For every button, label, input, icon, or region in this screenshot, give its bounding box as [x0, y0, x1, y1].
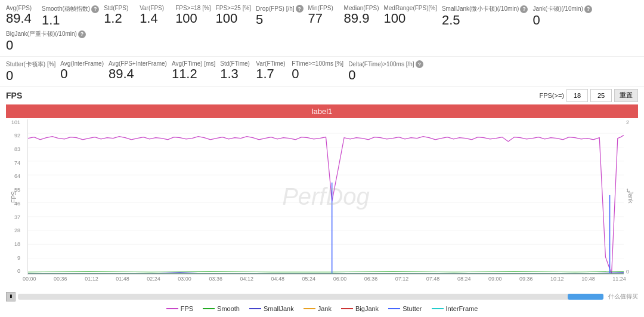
- legend-label-fps-legend: FPS: [181, 305, 193, 312]
- legend: FPS Smooth SmallJank Jank BigJank Stutte…: [0, 303, 644, 315]
- chart-container: label1 FPS 10192837464554637281890 PerfD…: [6, 104, 638, 290]
- help-icon-${item.id}[interactable]: ?: [584, 5, 592, 13]
- y-axis-right-container: Jank 210: [624, 119, 638, 275]
- x-tick: 10:48: [581, 276, 595, 282]
- pause-button[interactable]: ⏸: [6, 292, 16, 301]
- stat-value-small-jank: 2.5: [442, 13, 460, 27]
- legend-label-jank-legend: Jank: [318, 305, 332, 312]
- stat-label-drop-fps: Drop(FPS) [/h] ?: [256, 5, 303, 13]
- stat-value-ftime-ge-100: 0: [292, 67, 299, 81]
- x-tick: 06:00: [333, 276, 347, 282]
- x-tick: 07:48: [426, 276, 440, 282]
- x-tick: 06:36: [364, 276, 378, 282]
- reset-button[interactable]: 重置: [614, 89, 638, 102]
- stat-label-ftime-ge-100: FTime>=100ms [%]: [292, 60, 343, 67]
- stat-item-avg-fps: Avg(FPS) 89.4: [6, 4, 42, 27]
- stats-items-row1: Avg(FPS) 89.4 Smooth(稳帧指数) ? 1.1 Std(FPS…: [6, 4, 638, 54]
- chart-header: FPS FPS(>=) 重置: [6, 89, 638, 102]
- help-icon-${item.id}[interactable]: ?: [520, 5, 528, 13]
- y-tick-left: 83: [14, 146, 20, 152]
- stat-item-avg-interframe: Avg(InterFrame) 0: [60, 59, 109, 82]
- scrollbar-thumb[interactable]: [568, 294, 603, 300]
- stat-item-delta-ftime: Delta(FTime)>100ms [/h] ? 0: [348, 59, 428, 84]
- legend-color-smalljank-legend: [249, 308, 261, 309]
- chart-svg: [28, 119, 624, 274]
- y-tick-right: 0: [626, 269, 629, 275]
- help-icon-${item.id}[interactable]: ?: [416, 60, 423, 68]
- stats-row-1: Avg(FPS) 89.4 Smooth(稳帧指数) ? 1.1 Std(FPS…: [0, 0, 644, 57]
- stat-value-avg-fps-interframe: 89.4: [109, 67, 134, 81]
- stat-item-big-jank: BigJank(严重卡顿)(/10min) ? 0: [6, 29, 91, 54]
- stat-value-median-fps: 89.9: [344, 11, 370, 26]
- x-tick: 03:00: [178, 276, 191, 282]
- stat-item-small-jank: SmallJank(微小卡顿)(/10min) ? 2.5: [442, 4, 532, 29]
- y-axis-left-container: FPS 10192837464554637281890: [6, 119, 27, 275]
- stat-item-stutter: Stutter(卡顿率) [%] 0: [6, 59, 60, 84]
- x-tick: 10:12: [550, 276, 564, 282]
- x-tick: 11:24: [612, 276, 626, 282]
- legend-color-smooth-legend: [203, 308, 215, 309]
- stat-value-fps-ge-18: 100: [175, 11, 197, 26]
- stat-value-big-jank: 0: [6, 38, 13, 53]
- stat-label-small-jank: SmallJank(微小卡顿)(/10min) ?: [442, 5, 528, 13]
- stat-item-var-ftime: Var(FTime) 1.7: [256, 59, 292, 82]
- fps-ge-label: FPS(>=): [539, 92, 564, 99]
- y-tick-left: 92: [14, 133, 20, 139]
- plot-area: PerfDog: [27, 119, 624, 275]
- legend-item-stutter-legend: Stutter: [388, 305, 422, 312]
- help-icon-${item.id}[interactable]: ?: [78, 30, 86, 38]
- x-tick: 04:12: [240, 276, 253, 282]
- stat-label-jank: Jank(卡顿)(/10min) ?: [532, 5, 592, 13]
- y-tick-left: 74: [14, 160, 20, 166]
- legend-label-stutter-legend: Stutter: [402, 305, 422, 312]
- stat-value-stutter: 0: [6, 69, 13, 83]
- scrollbar-track[interactable]: [18, 294, 603, 300]
- stat-value-var-ftime: 1.7: [256, 67, 274, 81]
- stat-label-delta-ftime: Delta(FTime)>100ms [/h] ?: [348, 60, 423, 68]
- legend-color-stutter-legend: [388, 308, 400, 309]
- stat-label-big-jank: BigJank(严重卡顿)(/10min) ?: [6, 30, 86, 38]
- stat-value-med-range: 100: [383, 11, 405, 26]
- smooth-line: [28, 271, 624, 272]
- chart-section: FPS FPS(>=) 重置 label1 FPS 10192837464554…: [0, 87, 644, 291]
- help-icon-${item.id}[interactable]: ?: [91, 5, 99, 13]
- legend-label-smooth-legend: Smooth: [217, 305, 240, 312]
- chart-label-bar: label1: [6, 104, 638, 118]
- x-tick: 05:24: [302, 276, 316, 282]
- stat-item-min-fps: Min(FPS) 77: [308, 4, 344, 27]
- chart-plot-area: FPS 10192837464554637281890 PerfDog: [6, 119, 638, 275]
- stat-value-drop-fps: 5: [256, 13, 263, 27]
- stat-value-fps-ge-25: 100: [216, 11, 238, 26]
- x-tick: 01:48: [116, 276, 129, 282]
- stat-item-std-ftime: Std(FTime) 1.3: [220, 59, 256, 82]
- stat-value-smooth: 1.1: [42, 13, 60, 27]
- stat-value-avg-interframe: 0: [60, 67, 67, 81]
- stats-row-2: Stutter(卡顿率) [%] 0 Avg(InterFrame) 0 Avg…: [0, 57, 644, 86]
- stat-item-median-fps: Median(FPS) 89.9: [344, 4, 384, 27]
- fps-threshold-2-input[interactable]: [590, 89, 612, 102]
- stat-item-med-range: MedRange(FPS)[%] 100: [383, 4, 441, 27]
- y-tick-left: 18: [14, 241, 20, 247]
- legend-item-jank-legend: Jank: [304, 305, 332, 312]
- y-axis-right-label: Jank: [627, 190, 634, 203]
- legend-label-interframe-legend: InterFrame: [446, 305, 478, 312]
- stat-item-avg-ftime: Avg(FTime) [ms] 11.2: [172, 59, 220, 82]
- scroll-hint: 什么值得买: [608, 293, 638, 301]
- stat-label-stutter: Stutter(卡顿率) [%]: [6, 60, 55, 69]
- y-axis-left-label: FPS: [11, 191, 17, 202]
- stat-value-avg-fps: 89.4: [6, 11, 32, 26]
- legend-color-jank-legend: [304, 308, 315, 309]
- help-icon-${item.id}[interactable]: ?: [296, 5, 304, 13]
- x-tick: 00:36: [54, 276, 67, 282]
- stat-item-ftime-ge-100: FTime>=100ms [%] 0: [292, 59, 348, 82]
- y-tick-left: 0: [17, 268, 20, 274]
- scrollbar-area[interactable]: ⏸ 什么值得买: [0, 292, 644, 301]
- fps-threshold-1-input[interactable]: [566, 89, 588, 102]
- stat-value-avg-ftime: 11.2: [172, 67, 197, 81]
- stat-value-delta-ftime: 0: [348, 68, 355, 82]
- x-tick: 09:36: [519, 276, 533, 282]
- x-tick: 07:12: [395, 276, 409, 282]
- stat-item-jank: Jank(卡顿)(/10min) ? 0: [532, 4, 596, 29]
- legend-color-interframe-legend: [432, 308, 444, 309]
- x-tick: 00:00: [23, 276, 36, 282]
